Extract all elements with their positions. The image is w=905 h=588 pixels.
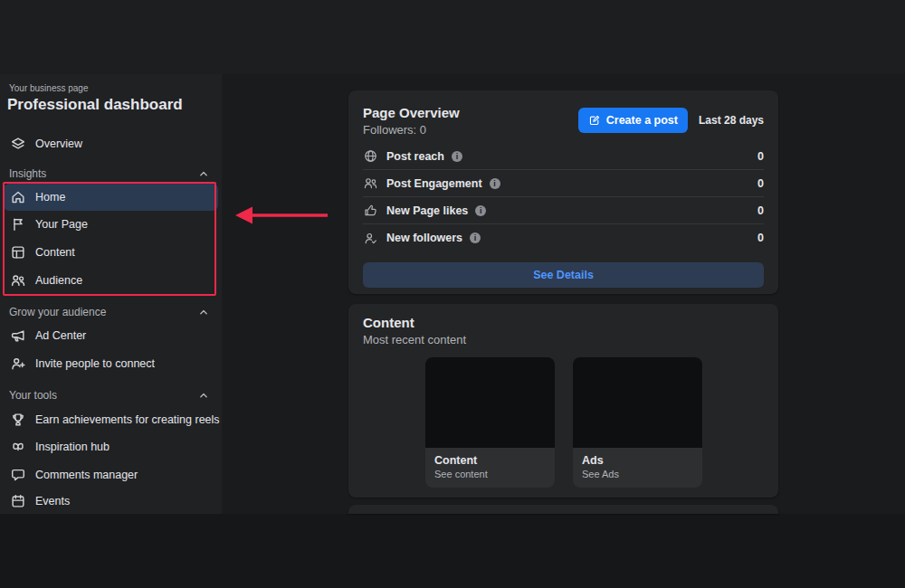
sidebar: Your business page Professional dashboar… [0, 74, 222, 514]
section-header-your-tools[interactable]: Your tools [4, 384, 218, 406]
info-icon[interactable]: i [452, 151, 462, 162]
sidebar-item-events[interactable]: Events [4, 488, 218, 514]
card-subtitle: Most recent content [363, 333, 764, 346]
calendar-icon [9, 493, 27, 509]
people-icon [9, 272, 27, 289]
see-content-link[interactable]: See content [434, 469, 546, 479]
sidebar-item-label: Earn achievements for creating reels [35, 413, 220, 426]
globe-icon [363, 148, 379, 164]
metric-row-post-reach: Post reach i 0 [363, 143, 764, 170]
see-ads-link[interactable]: See Ads [582, 469, 693, 479]
sidebar-item-inspiration-hub[interactable]: Inspiration hub [4, 433, 218, 460]
metric-label: Post Engagement [386, 177, 482, 190]
create-post-label: Create a post [606, 114, 678, 127]
content-tile[interactable]: Content See content [425, 357, 555, 488]
section-header-grow-your-audience[interactable]: Grow your audience [4, 301, 218, 323]
metric-value: 0 [757, 232, 764, 244]
metrics-list: Post reach i 0 Post Engagement i 0 [363, 143, 764, 251]
info-icon[interactable]: i [490, 178, 500, 189]
chevron-up-icon [197, 167, 210, 180]
sidebar-item-your-page[interactable]: Your Page [4, 211, 218, 238]
info-icon[interactable]: i [475, 205, 486, 216]
card-title: Content [363, 315, 764, 330]
sidebar-item-label: Invite people to connect [35, 357, 155, 370]
sidebar-item-label: Overview [35, 138, 82, 150]
person-check-icon [363, 231, 379, 246]
metric-value: 0 [757, 204, 764, 217]
info-icon[interactable]: i [470, 232, 481, 243]
sidebar-item-content[interactable]: Content [4, 239, 218, 266]
period-label: Last 28 days [699, 114, 764, 127]
main-content: Page Overview Followers: 0 Create a post… [222, 74, 905, 514]
megaphone-icon [9, 327, 27, 344]
metric-row-new-followers: New followers i 0 [363, 224, 764, 251]
create-post-button[interactable]: Create a post [578, 108, 688, 133]
metric-label: New followers [386, 232, 462, 244]
person-add-icon [9, 356, 27, 372]
top-band [0, 0, 905, 74]
card-title: Page Overview [363, 105, 460, 120]
chevron-up-icon [197, 389, 210, 402]
metric-value: 0 [757, 177, 764, 190]
sidebar-item-label: Content [35, 246, 75, 259]
home-icon [9, 189, 27, 205]
sidebar-item-label: Home [35, 191, 65, 204]
flag-icon [9, 216, 27, 232]
see-details-button[interactable]: See Details [363, 262, 764, 288]
metric-row-new-page-likes: New Page likes i 0 [363, 197, 764, 224]
comment-icon [9, 467, 27, 483]
butterfly-icon [9, 439, 27, 455]
bottom-band [0, 514, 905, 588]
sidebar-item-earn-achievements[interactable]: Earn achievements for creating reels [4, 406, 218, 433]
section-label: Grow your audience [9, 306, 106, 318]
sidebar-item-label: Comments manager [35, 469, 138, 481]
sidebar-item-audience[interactable]: Audience [4, 267, 218, 294]
content-grid-icon [9, 244, 27, 261]
sidebar-item-comments-manager[interactable]: Comments manager [4, 461, 218, 488]
sidebar-item-home[interactable]: Home [4, 184, 218, 211]
sidebar-item-label: Ad Center [35, 329, 86, 342]
tile-title: Content [434, 454, 546, 467]
next-card-sliver [348, 505, 778, 514]
sidebar-item-label: Your Page [35, 218, 88, 231]
metric-label: Post reach [386, 150, 444, 163]
chevron-up-icon [197, 306, 210, 318]
section-header-insights[interactable]: Insights [4, 163, 218, 185]
followers-count: Followers: 0 [363, 123, 460, 137]
ads-thumbnail [573, 357, 702, 448]
compose-icon [588, 114, 601, 127]
section-label: Insights [9, 167, 46, 180]
ads-tile[interactable]: Ads See Ads [573, 357, 702, 488]
tile-title: Ads [582, 454, 693, 467]
layers-icon [9, 136, 27, 152]
section-label: Your tools [9, 389, 57, 402]
sidebar-item-label: Inspiration hub [35, 441, 110, 453]
metric-label: New Page likes [386, 204, 468, 217]
content-thumbnail [425, 357, 555, 448]
trophy-icon [9, 412, 27, 428]
sidebar-eyebrow: Your business page [9, 83, 88, 93]
content-card: Content Most recent content Content See … [348, 304, 778, 498]
sidebar-item-ad-center[interactable]: Ad Center [4, 322, 218, 349]
recent-content-tiles: Content See content Ads See Ads [425, 357, 764, 488]
metric-value: 0 [757, 150, 764, 163]
people-icon [363, 175, 379, 191]
sidebar-item-overview[interactable]: Overview [4, 130, 218, 157]
sidebar-item-label: Audience [35, 274, 82, 287]
sidebar-item-label: Events [35, 495, 70, 507]
sidebar-item-invite-people[interactable]: Invite people to connect [4, 350, 218, 377]
thumb-up-icon [363, 203, 379, 218]
page-overview-heading: Page Overview Followers: 0 [363, 105, 460, 137]
metric-row-post-engagement: Post Engagement i 0 [363, 170, 764, 197]
page-title: Professional dashboard [7, 96, 183, 114]
screenshot-stage: Your business page Professional dashboar… [0, 0, 905, 588]
page-overview-card: Page Overview Followers: 0 Create a post… [348, 90, 778, 294]
